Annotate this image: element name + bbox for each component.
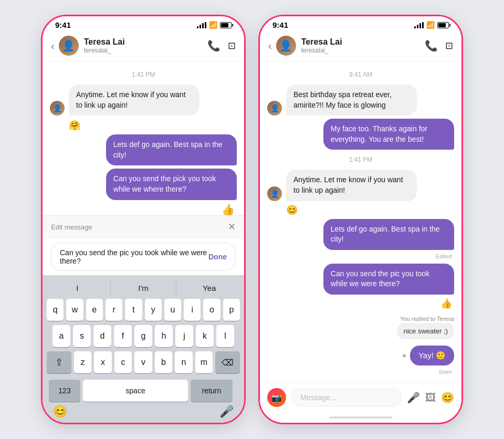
received-bubble: Best birthday spa retreat ever, amirite?… bbox=[286, 85, 417, 116]
message-row: 👤 Anytime. Let me know if you want to li… bbox=[50, 85, 237, 116]
call-icon[interactable]: 📞 bbox=[207, 39, 220, 52]
reply-context: You replied to Teresa bbox=[400, 316, 454, 322]
contact-username: teresalai_ bbox=[301, 47, 425, 54]
bottom-input-bar[interactable]: 📷 Message... 🎤 🖼 😊 bbox=[260, 382, 461, 412]
mic-button[interactable]: 🎤 bbox=[219, 405, 234, 419]
header-actions: 📞 ⊡ bbox=[207, 39, 236, 52]
emoji-button[interactable]: 😊 bbox=[53, 405, 67, 419]
key-j[interactable]: j bbox=[175, 325, 193, 347]
contact-name: Teresa Lai bbox=[301, 37, 425, 47]
sticker-icon-button[interactable]: 😊 bbox=[441, 391, 454, 404]
key-row-1: q w e r t y u i o p bbox=[47, 299, 240, 321]
camera-icon: 📷 bbox=[271, 393, 282, 403]
suggestion-im[interactable]: I'm bbox=[111, 281, 177, 295]
message-row: Lets def go again. Best spa in the city! bbox=[267, 219, 454, 250]
message-input-box[interactable]: Can you send the pic you took while we w… bbox=[51, 243, 236, 271]
avatar: 👤 bbox=[276, 36, 296, 56]
message-input[interactable]: Message... bbox=[291, 389, 402, 406]
sender-avatar: 👤 bbox=[50, 101, 65, 116]
video-icon[interactable]: ⊡ bbox=[445, 40, 453, 51]
left-time: 9:41 bbox=[55, 20, 71, 29]
wifi-icon: 📶 bbox=[426, 21, 435, 29]
left-chat-header: ‹ 👤 Teresa Lai teresalai_ 📞 ⊡ bbox=[43, 32, 244, 61]
key-l[interactable]: l bbox=[216, 325, 234, 347]
back-button[interactable]: ‹ bbox=[51, 40, 55, 52]
key-d[interactable]: d bbox=[93, 325, 111, 347]
timestamp-morning: 9:41 AM bbox=[267, 71, 454, 78]
num-key[interactable]: 123 bbox=[49, 380, 80, 402]
keyboard-rows: q w e r t y u i o p a s d f g h bbox=[45, 299, 242, 402]
camera-button[interactable]: 📷 bbox=[267, 388, 286, 407]
sender-avatar: 👤 bbox=[267, 186, 282, 201]
right-status-icons: 📶 bbox=[414, 21, 449, 29]
wifi-icon: 📶 bbox=[209, 21, 217, 29]
text-input-area[interactable]: Can you send the pic you took while we w… bbox=[43, 238, 244, 275]
right-phone: 9:41 📶 ‹ 👤 Teresa Lai bbox=[258, 15, 463, 424]
received-bubble: Anytime. Let me know if you want to link… bbox=[286, 170, 417, 201]
key-h[interactable]: h bbox=[155, 325, 173, 347]
sent-bubble: Lets def go again. Best spa in the city! bbox=[323, 219, 454, 250]
message-row: Can you send the pick you took while we … bbox=[50, 169, 237, 200]
home-bar bbox=[329, 416, 392, 419]
header-name-group: Teresa Lai teresalai_ bbox=[84, 37, 207, 54]
suggestion-i[interactable]: I bbox=[45, 281, 111, 295]
return-key[interactable]: return bbox=[191, 380, 233, 402]
battery-icon bbox=[220, 22, 232, 28]
call-icon[interactable]: 📞 bbox=[425, 39, 438, 52]
key-r[interactable]: r bbox=[106, 299, 122, 321]
key-c[interactable]: c bbox=[114, 351, 132, 373]
key-f[interactable]: f bbox=[114, 325, 132, 347]
left-messages-area: 1:41 PM 👤 Anytime. Let me know if you wa… bbox=[43, 61, 244, 215]
key-t[interactable]: t bbox=[125, 299, 142, 321]
received-bubble: Anytime. Let me know if you want to link… bbox=[69, 85, 200, 116]
keyboard-suggestions: I I'm Yea bbox=[45, 279, 242, 299]
emoji-reaction: 🤗 bbox=[69, 120, 237, 131]
home-indicator bbox=[260, 412, 461, 423]
header-actions: 📞 ⊡ bbox=[425, 39, 453, 52]
video-icon[interactable]: ⊡ bbox=[228, 40, 236, 51]
key-q[interactable]: q bbox=[47, 299, 64, 321]
key-k[interactable]: k bbox=[196, 325, 214, 347]
message-row: Can you send the pic you took while we w… bbox=[267, 264, 454, 295]
signal-icon bbox=[197, 22, 206, 28]
back-button[interactable]: ‹ bbox=[268, 40, 272, 52]
photo-icon-button[interactable]: 🖼 bbox=[425, 392, 436, 404]
sent-bubble: Can you send the pic you took while we w… bbox=[323, 264, 454, 295]
key-w[interactable]: w bbox=[66, 299, 83, 321]
phones-container: 9:41 📶 ‹ 👤 Teresa Lai bbox=[30, 4, 474, 435]
backspace-key[interactable]: ⌫ bbox=[215, 351, 240, 373]
header-name-group: Teresa Lai teresalai_ bbox=[301, 37, 425, 54]
key-u[interactable]: u bbox=[164, 299, 181, 321]
done-button[interactable]: Done bbox=[208, 253, 227, 261]
key-m[interactable]: m bbox=[195, 351, 213, 373]
key-y[interactable]: y bbox=[145, 299, 162, 321]
edited-label: Edited bbox=[267, 253, 452, 259]
key-n[interactable]: n bbox=[175, 351, 192, 373]
key-a[interactable]: a bbox=[52, 325, 70, 347]
right-status-bar: 9:41 📶 bbox=[260, 16, 461, 32]
key-e[interactable]: e bbox=[86, 299, 103, 321]
key-b[interactable]: b bbox=[155, 351, 172, 373]
key-g[interactable]: g bbox=[134, 325, 152, 347]
contact-name: Teresa Lai bbox=[84, 37, 207, 47]
shift-key[interactable]: ⇧ bbox=[47, 351, 71, 373]
suggestion-yea[interactable]: Yea bbox=[176, 281, 242, 295]
edit-label: Edit message bbox=[51, 223, 92, 231]
key-o[interactable]: o bbox=[203, 299, 220, 321]
key-s[interactable]: s bbox=[73, 325, 91, 347]
key-x[interactable]: x bbox=[94, 351, 111, 373]
key-i[interactable]: i bbox=[184, 299, 201, 321]
space-key[interactable]: space bbox=[83, 380, 188, 402]
seen-label: Seen bbox=[267, 369, 452, 375]
key-row-2: a s d f g h j k l bbox=[47, 325, 240, 347]
edit-close-button[interactable]: ✕ bbox=[228, 221, 236, 233]
sender-avatar: 👤 bbox=[267, 101, 282, 116]
key-z[interactable]: z bbox=[74, 351, 91, 373]
reply-bubble: nice sweater ;) bbox=[397, 323, 454, 339]
key-p[interactable]: p bbox=[223, 299, 240, 321]
avatar: 👤 bbox=[59, 36, 79, 56]
keyboard: I I'm Yea q w e r t y u i o p a bbox=[43, 275, 244, 423]
timestamp-1: 1:41 PM bbox=[50, 71, 237, 78]
key-v[interactable]: v bbox=[134, 351, 152, 373]
mic-icon-button[interactable]: 🎤 bbox=[407, 391, 420, 404]
